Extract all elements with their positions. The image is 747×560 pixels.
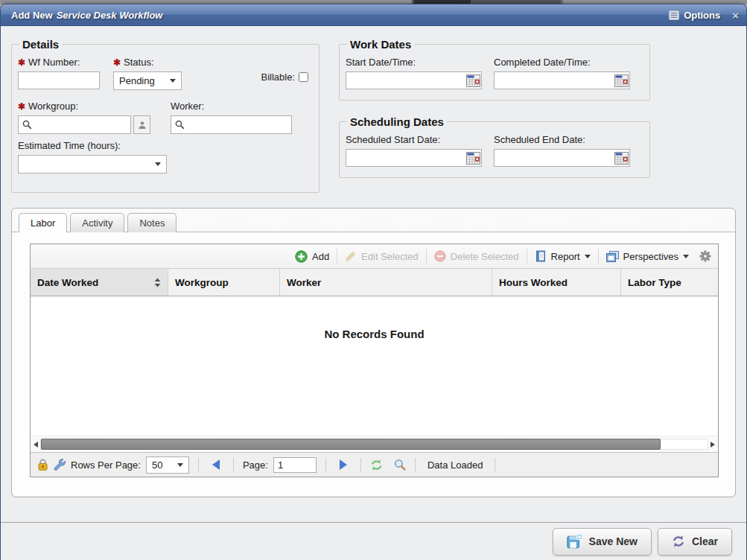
grid-header-row: Date Worked Workgroup Worker bbox=[31, 269, 718, 296]
previous-page-button[interactable] bbox=[212, 459, 220, 470]
options-label: Options bbox=[684, 10, 720, 21]
search-icon bbox=[22, 120, 32, 130]
estimated-time-select[interactable] bbox=[18, 155, 167, 174]
estimated-time-label: Estimated Time (hours): bbox=[18, 140, 311, 151]
work-dates-legend: Work Dates bbox=[347, 38, 414, 51]
dialog-footer: Save New Clear bbox=[1, 522, 746, 560]
grid-pager: Rows Per Page: 50 Page: bbox=[31, 452, 718, 477]
details-fieldset: Details ✱ Wf Number: ✱ St bbox=[11, 38, 320, 193]
rows-per-page-select[interactable]: 50 bbox=[146, 456, 189, 474]
tab-strip: Labor Activity Notes bbox=[12, 209, 735, 232]
page-input[interactable] bbox=[273, 457, 317, 473]
dialog-body: Details ✱ Wf Number: ✱ St bbox=[1, 26, 746, 522]
worker-search-field[interactable] bbox=[171, 115, 292, 134]
horizontal-scrollbar bbox=[31, 436, 718, 452]
start-datetime-input[interactable] bbox=[346, 71, 482, 89]
calendar-icon[interactable] bbox=[466, 152, 480, 165]
report-icon bbox=[535, 250, 547, 262]
scrollbar-track[interactable] bbox=[40, 439, 708, 450]
sort-icon bbox=[154, 278, 161, 287]
toolbar-separator bbox=[426, 249, 427, 264]
page-label: Page: bbox=[243, 459, 268, 471]
close-button[interactable]: × bbox=[732, 10, 739, 21]
tab-activity[interactable]: Activity bbox=[70, 213, 124, 232]
perspectives-icon bbox=[606, 251, 619, 262]
dialog-titlebar: Add NewService Desk Workflow Options × bbox=[1, 4, 746, 26]
lock-icon[interactable] bbox=[37, 459, 48, 471]
rows-per-page-label: Rows Per Page: bbox=[71, 459, 141, 471]
save-icon bbox=[567, 534, 582, 549]
grid-settings-button[interactable] bbox=[699, 250, 711, 262]
delete-minus-icon bbox=[434, 250, 446, 262]
workgroup-person-picker-button[interactable] bbox=[133, 115, 150, 134]
column-header-worker[interactable]: Worker bbox=[280, 269, 492, 296]
chevron-down-icon bbox=[170, 79, 176, 83]
data-loaded-status: Data Loaded bbox=[427, 459, 483, 471]
gear-icon bbox=[699, 250, 711, 262]
search-records-icon[interactable] bbox=[394, 459, 406, 471]
column-header-date-worked[interactable]: Date Worked bbox=[31, 269, 168, 296]
status-select[interactable]: Pending bbox=[113, 71, 182, 90]
person-icon bbox=[138, 121, 147, 130]
save-new-button[interactable]: Save New bbox=[553, 528, 652, 556]
status-label: ✱ Status: bbox=[113, 57, 195, 68]
pager-separator bbox=[360, 458, 361, 472]
calendar-icon[interactable] bbox=[466, 74, 480, 87]
workgroup-label: ✱ Workgroup: bbox=[18, 101, 171, 112]
refresh-icon[interactable] bbox=[370, 459, 383, 471]
scheduled-end-input[interactable] bbox=[494, 149, 630, 167]
calendar-icon[interactable] bbox=[614, 74, 629, 87]
completed-datetime-label: Completed Date/Time: bbox=[494, 57, 630, 68]
billable-checkbox[interactable] bbox=[299, 72, 308, 82]
report-button[interactable]: Report bbox=[532, 250, 594, 262]
wf-number-label: ✱ Wf Number: bbox=[18, 57, 113, 68]
add-icon bbox=[295, 250, 308, 263]
pager-separator bbox=[198, 458, 199, 472]
pager-separator bbox=[415, 458, 416, 472]
toolbar-separator bbox=[598, 249, 599, 264]
wf-number-input[interactable] bbox=[18, 71, 100, 89]
options-button[interactable]: Options bbox=[669, 10, 720, 21]
dialog-title: Add NewService Desk Workflow bbox=[11, 10, 162, 21]
scheduled-start-label: Scheduled Start Date: bbox=[346, 134, 482, 145]
delete-selected-button[interactable]: Delete Selected bbox=[431, 250, 522, 262]
chevron-down-icon bbox=[585, 255, 591, 258]
scheduling-dates-legend: Scheduling Dates bbox=[347, 115, 447, 128]
empty-message: No Records Found bbox=[31, 296, 718, 340]
column-header-labor-type[interactable]: Labor Type bbox=[621, 269, 718, 296]
labor-grid: Add Edit Selected bbox=[30, 244, 719, 477]
scheduling-dates-fieldset: Scheduling Dates Scheduled Start Date: bbox=[339, 115, 650, 178]
completed-datetime-input[interactable] bbox=[494, 71, 630, 89]
scrollbar-thumb[interactable] bbox=[41, 439, 661, 450]
tab-labor[interactable]: Labor bbox=[19, 213, 67, 232]
scroll-right-arrow[interactable] bbox=[711, 442, 715, 448]
edit-selected-button[interactable]: Edit Selected bbox=[342, 250, 422, 262]
start-datetime-label: Start Date/Time: bbox=[346, 57, 482, 68]
workgroup-input[interactable] bbox=[35, 118, 127, 133]
next-page-button[interactable] bbox=[340, 459, 347, 470]
column-header-hours-worked[interactable]: Hours Worked bbox=[492, 269, 621, 296]
clear-button[interactable]: Clear bbox=[658, 528, 732, 556]
toolbar-separator bbox=[527, 249, 527, 264]
tab-panel: Labor Activity Notes Add bbox=[11, 208, 736, 497]
chevron-down-icon bbox=[683, 255, 689, 258]
wrench-icon[interactable] bbox=[54, 459, 66, 471]
dialog-title-emphasis: Service Desk Workflow bbox=[57, 10, 163, 21]
clear-refresh-icon bbox=[672, 535, 685, 547]
perspectives-button[interactable]: Perspectives bbox=[603, 251, 692, 262]
scroll-left-arrow[interactable] bbox=[34, 442, 38, 448]
column-header-workgroup[interactable]: Workgroup bbox=[168, 269, 280, 296]
workgroup-search-field[interactable] bbox=[18, 115, 131, 134]
worker-label: Worker: bbox=[171, 101, 292, 112]
pager-separator bbox=[325, 458, 326, 472]
scheduled-start-input[interactable] bbox=[346, 149, 482, 167]
scheduled-end-label: Scheduled End Date: bbox=[494, 134, 630, 145]
dialog-title-prefix: Add New bbox=[11, 10, 53, 21]
toolbar-separator bbox=[337, 249, 337, 264]
worker-input[interactable] bbox=[188, 118, 287, 133]
tab-notes[interactable]: Notes bbox=[127, 213, 177, 232]
add-button[interactable]: Add bbox=[292, 250, 332, 263]
required-marker: ✱ bbox=[18, 57, 25, 68]
calendar-icon[interactable] bbox=[614, 152, 629, 165]
add-workflow-dialog: Add NewService Desk Workflow Options × D… bbox=[0, 4, 747, 560]
